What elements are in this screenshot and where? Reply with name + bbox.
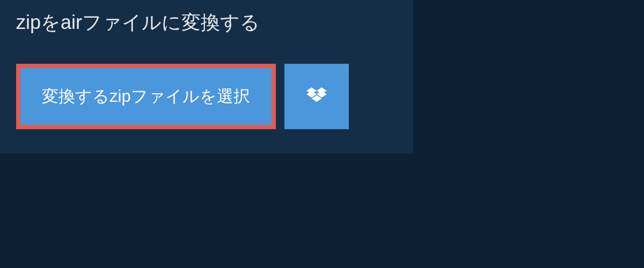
dropbox-icon: [306, 87, 327, 106]
converter-panel: zipをairファイルに変換する 変換するzipファイルを選択: [0, 0, 413, 153]
page-title: zipをairファイルに変換する: [0, 0, 276, 48]
dropbox-button[interactable]: [284, 64, 349, 129]
button-row: 変換するzipファイルを選択: [0, 48, 413, 153]
select-file-button[interactable]: 変換するzipファイルを選択: [16, 64, 276, 129]
